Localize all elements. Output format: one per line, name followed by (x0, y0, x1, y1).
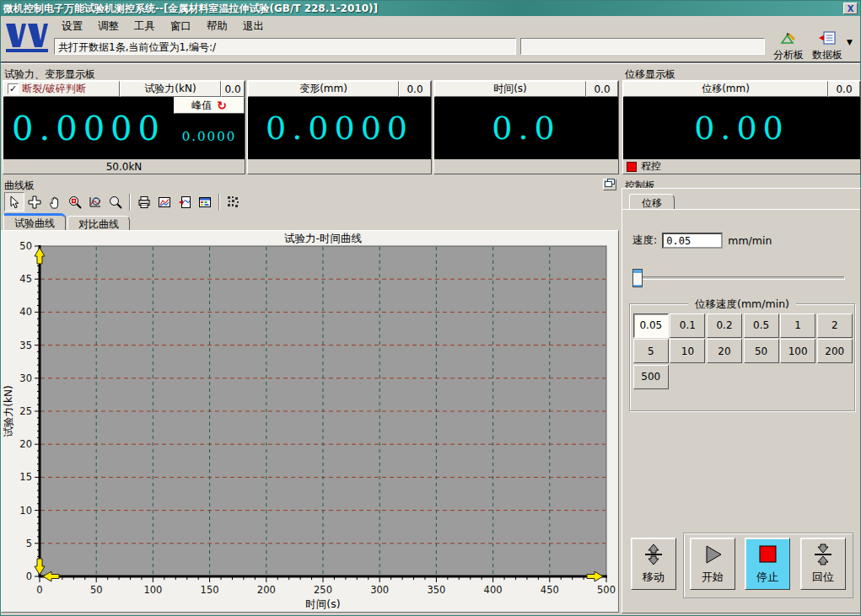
pan-hand-icon-button[interactable] (45, 192, 65, 212)
svg-text:15: 15 (19, 471, 32, 483)
time-header-label: 时间(s) (493, 82, 527, 96)
speed-slider-track[interactable] (634, 276, 845, 280)
svg-text:100: 100 (143, 584, 162, 596)
time-display-group: 时间(s) 0.0 0.0 (433, 80, 619, 174)
speed-row: 速度: mm/min (632, 233, 772, 249)
time-value-display: 0.0 (434, 97, 618, 159)
analysis-board-icon (779, 31, 798, 47)
deform-footer (248, 159, 431, 174)
home-button[interactable]: 回位 (800, 538, 846, 590)
move-button[interactable]: 移动 (631, 538, 676, 590)
speed-option-100[interactable]: 100 (780, 339, 815, 363)
stop-button-label: 停止 (756, 570, 778, 585)
menu-item-退出[interactable]: 退出 (236, 18, 271, 33)
menu-item-窗口[interactable]: 窗口 (164, 18, 198, 33)
move-arrows-icon (642, 544, 665, 568)
speed-option-20[interactable]: 20 (707, 339, 742, 363)
displacement-header-value: 0.0 (828, 81, 860, 97)
analysis-board-button[interactable]: 分析板 (768, 31, 809, 62)
data-board-label: 数据板 (812, 48, 842, 62)
force-header-value: 0.0 (221, 81, 245, 97)
speed-option-0.5[interactable]: 0.5 (744, 313, 779, 338)
zoom-box-icon-button[interactable] (65, 192, 85, 212)
deform-header-label: 变形(mm) (299, 82, 347, 96)
curve-style-icon-button[interactable] (154, 192, 175, 212)
svg-text:45: 45 (19, 273, 32, 285)
play-icon (701, 544, 724, 568)
program-control-label: 程控 (641, 159, 661, 174)
print-icon-button[interactable] (134, 192, 154, 212)
speed-option-0.05[interactable]: 0.05 (633, 313, 669, 338)
check-icon: ✓ (9, 83, 17, 94)
crosshair-icon-button[interactable] (24, 192, 45, 212)
svg-text:40: 40 (19, 306, 32, 318)
time-header-value: 0.0 (586, 81, 618, 97)
speed-unit-label: mm/min (728, 234, 772, 247)
speed-option-10[interactable]: 10 (670, 339, 705, 363)
menu-item-工具[interactable]: 工具 (127, 18, 162, 33)
speed-input[interactable] (662, 233, 723, 249)
home-arrows-icon (811, 544, 835, 568)
panel-restore-button[interactable] (603, 179, 616, 190)
menu-item-调整[interactable]: 调整 (91, 18, 126, 33)
stop-square-icon (756, 544, 779, 568)
home-button-label: 回位 (812, 570, 834, 585)
zoom-curve-icon-button[interactable] (85, 192, 105, 212)
svg-text:500: 500 (597, 584, 616, 596)
tab-试验曲线[interactable]: 试验曲线 (3, 213, 66, 231)
peak-reset-button[interactable]: 峰值 ↻ (174, 97, 245, 114)
toolbar-divider (1, 62, 860, 64)
status-field: 共打开数据1条,当前位置为1,编号:/ (54, 38, 516, 55)
svg-text:250: 250 (314, 584, 332, 596)
speed-option-1[interactable]: 1 (780, 313, 815, 338)
time-header-button[interactable]: 时间(s) (434, 81, 586, 97)
svg-text:35: 35 (19, 340, 32, 351)
force-range-label: 50.0kN (3, 159, 245, 174)
title-bar: 微机控制电子万能试验机测控系统--[金属材料室温拉伸试验(GB/T 228.1-… (1, 1, 860, 16)
deform-display-group: 变形(mm) 0.0 0.0000 (247, 80, 432, 174)
close-button[interactable]: X (843, 3, 858, 14)
speed-option-200[interactable]: 200 (817, 339, 853, 363)
svg-text:0: 0 (26, 570, 32, 582)
grid-code-icon-button[interactable] (223, 192, 244, 212)
speed-option-5[interactable]: 5 (633, 339, 669, 363)
toolbar-separator (218, 194, 220, 211)
break-judge-label: 断裂/破碎判断 (22, 82, 86, 96)
menu-item-帮助[interactable]: 帮助 (200, 18, 234, 33)
speed-option-0.2[interactable]: 0.2 (707, 313, 742, 338)
restore-icon (605, 179, 615, 190)
chart-area: 试验力-时间曲线05101520253035404550050100150200… (1, 230, 619, 613)
break-judge-checkbox[interactable]: ✓ (8, 83, 19, 94)
secondary-field (520, 38, 765, 55)
peak-value-display: 0.0000 (174, 114, 245, 159)
displacement-header-label: 位移(mm) (702, 82, 750, 96)
deform-header-button[interactable]: 变形(mm) (248, 81, 399, 97)
force-header-button[interactable]: 试验力(kN) (120, 81, 221, 97)
data-window-icon-button[interactable] (195, 192, 215, 212)
speed-slider-thumb[interactable] (632, 269, 643, 287)
export-curve-icon-button[interactable] (175, 192, 195, 212)
stop-button[interactable]: 停止 (745, 538, 790, 590)
data-board-button[interactable]: 数据板 (807, 31, 848, 62)
toolbar-dropdown-arrow-icon[interactable]: ▼ (847, 38, 853, 46)
speed-option-2[interactable]: 2 (817, 313, 853, 338)
window-title: 微机控制电子万能试验机测控系统--[金属材料室温拉伸试验(GB/T 228.1-… (3, 2, 378, 16)
cursor-icon-button[interactable] (4, 192, 24, 212)
menu-item-设置[interactable]: 设置 (55, 18, 89, 33)
break-judge-checkbox-row[interactable]: ✓ 断裂/破碎判断 (3, 81, 120, 97)
program-control-row: 程控 (623, 159, 860, 174)
tab-displacement[interactable]: 位移 (629, 194, 675, 210)
speed-option-0.1[interactable]: 0.1 (670, 313, 705, 338)
zoom-icon-button[interactable] (105, 192, 126, 212)
start-button-label: 开始 (702, 570, 724, 585)
tab-对比曲线[interactable]: 对比曲线 (67, 216, 130, 231)
speed-option-500[interactable]: 500 (633, 365, 669, 389)
app-window: 微机控制电子万能试验机测控系统--[金属材料室温拉伸试验(GB/T 228.1-… (0, 0, 861, 616)
speed-option-50[interactable]: 50 (744, 339, 779, 363)
displacement-header-button[interactable]: 位移(mm) (623, 81, 828, 97)
svg-text:350: 350 (427, 584, 445, 596)
svg-text:25: 25 (19, 405, 32, 417)
start-button[interactable]: 开始 (690, 538, 735, 590)
control-panel: 位移 速度: mm/min 位移速度(mm/min) 0.050.10.20.5… (622, 188, 861, 613)
svg-text:10: 10 (19, 505, 32, 517)
